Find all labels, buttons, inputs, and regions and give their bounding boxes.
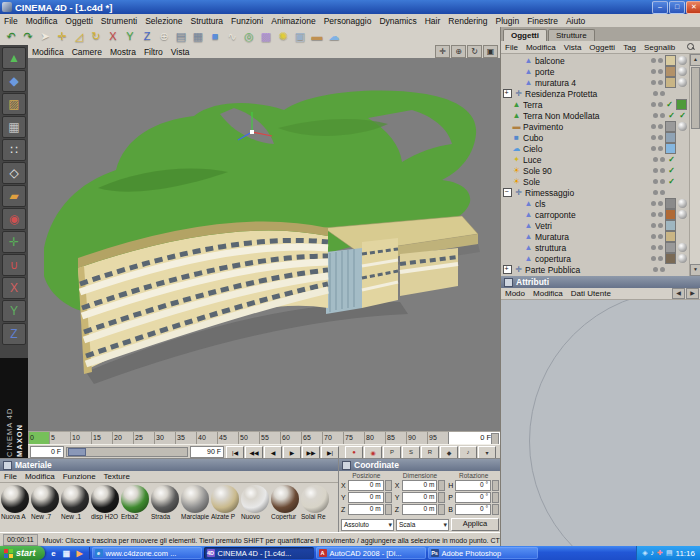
object-tag-1[interactable] xyxy=(667,166,676,175)
expand-toggle-icon[interactable] xyxy=(515,255,522,262)
render-view-icon[interactable]: ▤ xyxy=(173,29,189,44)
object-tree-item[interactable]: Luce xyxy=(501,154,689,165)
expand-toggle-icon[interactable] xyxy=(515,211,522,218)
prev-key-button[interactable]: ◀◀ xyxy=(245,446,263,459)
rot-p-stepper[interactable] xyxy=(492,492,499,503)
editor-visibility-dot[interactable] xyxy=(651,146,656,151)
material-preview-sphere[interactable] xyxy=(1,485,29,513)
object-tag-2[interactable] xyxy=(678,155,687,164)
render-visibility-dot[interactable] xyxy=(658,234,663,239)
expand-toggle-icon[interactable] xyxy=(515,68,522,75)
object-manager-menu-item[interactable]: Modifica xyxy=(522,43,560,52)
menu-item[interactable]: Funzioni xyxy=(227,16,267,26)
viewport-canvas[interactable] xyxy=(28,58,500,431)
taskbar-task-button[interactable]: e www.c4dzone.com ... xyxy=(92,547,202,559)
volume-tray-icon[interactable]: ♪ xyxy=(651,547,655,559)
size-x-field[interactable]: 0 m xyxy=(402,480,438,491)
object-tag-1[interactable] xyxy=(667,89,676,98)
expand-toggle-icon[interactable] xyxy=(503,101,510,108)
workplane-mode-icon[interactable]: ▦ xyxy=(2,116,26,138)
object-tag-1[interactable] xyxy=(665,121,676,132)
object-tag-2[interactable] xyxy=(678,122,687,131)
object-axis-mode-icon[interactable]: ✛ xyxy=(2,231,26,253)
object-tree-item[interactable]: cls xyxy=(501,198,689,209)
size-mode-dropdown[interactable]: Scala xyxy=(396,519,449,531)
object-tag-2[interactable] xyxy=(678,166,687,175)
size-x-stepper[interactable] xyxy=(438,480,445,491)
undo-icon[interactable]: ↶ xyxy=(3,29,19,44)
playback-options-button[interactable]: ▾ xyxy=(478,446,496,459)
pan-view-icon[interactable]: ✛ xyxy=(435,45,450,58)
menu-item[interactable]: Oggetti xyxy=(61,16,96,26)
material-preview-sphere[interactable] xyxy=(91,485,119,513)
viewport-menu-item[interactable]: Modifica xyxy=(28,47,68,57)
object-tag-1[interactable] xyxy=(665,220,676,231)
object-tree-item[interactable]: Muratura xyxy=(501,231,689,242)
array-icon[interactable]: ▩ xyxy=(258,29,274,44)
object-tree-scrollbar[interactable]: ▲ ▼ xyxy=(689,54,700,276)
coordinate-system-icon[interactable]: ⊕ xyxy=(156,29,172,44)
move-tool-icon[interactable]: ✛ xyxy=(54,29,70,44)
object-tag-1[interactable] xyxy=(665,55,676,66)
editor-visibility-dot[interactable] xyxy=(651,201,656,206)
object-tag-1[interactable] xyxy=(665,66,676,77)
expand-toggle-icon[interactable] xyxy=(503,89,512,98)
object-tag-2[interactable] xyxy=(678,243,687,252)
render-visibility-dot[interactable] xyxy=(658,69,663,74)
object-tag-1[interactable] xyxy=(665,242,676,253)
maximize-button[interactable]: □ xyxy=(669,1,685,14)
size-z-field[interactable]: 0 m xyxy=(402,504,438,515)
menu-item[interactable]: Strumenti xyxy=(97,16,141,26)
material-preview-sphere[interactable] xyxy=(271,485,299,513)
object-tree-item[interactable]: Vetri xyxy=(501,220,689,231)
menu-item[interactable]: Struttura xyxy=(186,16,227,26)
scroll-up-icon[interactable]: ▲ xyxy=(690,54,700,66)
render-visibility-dot[interactable] xyxy=(658,146,663,151)
material-item[interactable]: New .7 xyxy=(31,485,60,520)
material-item[interactable]: Erba2 xyxy=(121,485,150,520)
rot-h-stepper[interactable] xyxy=(492,480,499,491)
menu-item[interactable]: Modifica xyxy=(22,16,62,26)
record-rotation-button[interactable]: R xyxy=(421,446,439,459)
taskbar-task-button[interactable]: Ps Adobe Photoshop xyxy=(428,547,538,559)
start-button[interactable]: start xyxy=(0,546,45,560)
expand-toggle-icon[interactable] xyxy=(515,57,522,64)
pos-y-stepper[interactable] xyxy=(385,492,392,503)
expand-toggle-icon[interactable] xyxy=(503,265,512,274)
editor-visibility-dot[interactable] xyxy=(651,135,656,140)
manager-tab[interactable]: Oggetti xyxy=(503,29,547,41)
autokey-button[interactable]: ◉ xyxy=(364,446,382,459)
attributes-menu-item[interactable]: Dati Utente xyxy=(567,289,615,298)
object-tag-2[interactable] xyxy=(678,210,687,219)
next-frame-button[interactable]: ▶▶ xyxy=(302,446,320,459)
spline-icon[interactable]: ∿ xyxy=(224,29,240,44)
render-visibility-dot[interactable] xyxy=(660,267,665,272)
object-tag-2[interactable] xyxy=(678,78,687,87)
render-visibility-dot[interactable] xyxy=(658,102,663,107)
object-tag-1[interactable] xyxy=(667,155,676,164)
size-z-stepper[interactable] xyxy=(438,504,445,515)
live-selection-icon[interactable]: ➤ xyxy=(37,29,53,44)
preview-range-slider[interactable] xyxy=(66,447,188,457)
editor-visibility-dot[interactable] xyxy=(653,113,658,118)
make-editable-icon[interactable]: ▲ xyxy=(2,47,26,69)
editor-visibility-dot[interactable] xyxy=(651,58,656,63)
editor-visibility-dot[interactable] xyxy=(653,91,658,96)
material-preview-sphere[interactable] xyxy=(241,485,269,513)
material-item[interactable]: Copertur xyxy=(271,485,300,520)
rot-b-field[interactable]: 0 ° xyxy=(455,504,491,515)
play-button[interactable]: ▶ xyxy=(283,446,301,459)
hypernurbs-icon[interactable]: ◎ xyxy=(241,29,257,44)
object-tag-1[interactable] xyxy=(667,177,676,186)
viewport-menu-item[interactable]: Vista xyxy=(167,47,194,57)
points-mode-icon[interactable]: ∷ xyxy=(2,139,26,161)
object-tag-1[interactable] xyxy=(667,111,676,120)
rot-b-stepper[interactable] xyxy=(492,504,499,515)
expand-toggle-icon[interactable] xyxy=(503,156,510,163)
expand-toggle-icon[interactable] xyxy=(515,233,522,240)
menu-item[interactable]: File xyxy=(0,16,22,26)
object-tag-2[interactable] xyxy=(678,221,687,230)
light-icon[interactable]: ✺ xyxy=(275,29,291,44)
object-tag-2[interactable] xyxy=(678,199,687,208)
display-tray-icon[interactable]: ▤ xyxy=(666,547,673,559)
